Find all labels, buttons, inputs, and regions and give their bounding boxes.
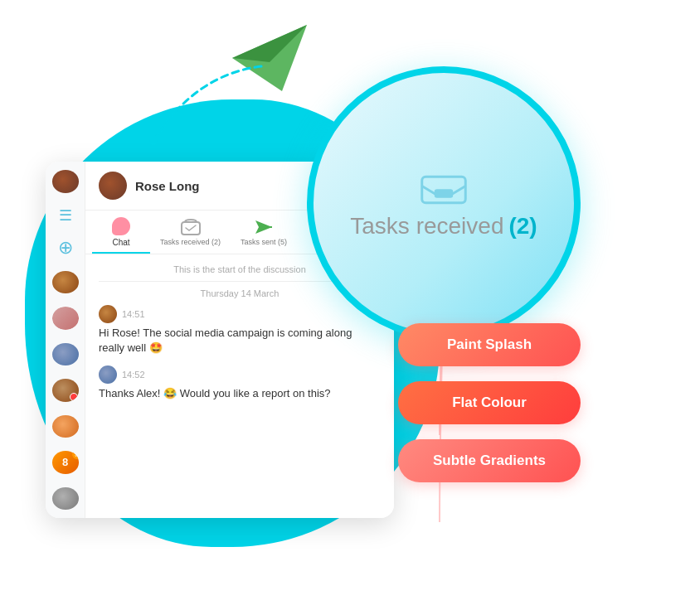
svg-point-2 — [149, 137, 158, 145]
magnifier-circle: Tasks received (2) — [307, 66, 581, 340]
tab-tasks-received[interactable]: Tasks received (2) — [150, 212, 231, 253]
message-1-timestamp: 14:51 — [122, 309, 145, 319]
tab-chat-label: Chat — [112, 238, 129, 247]
tab-tasks-sent[interactable]: Tasks sent (5) — [231, 212, 297, 253]
sidebar-avatar-3[interactable] — [52, 343, 79, 366]
sidebar-avatar-4[interactable] — [52, 379, 79, 402]
tasks-received-count: (2) — [508, 213, 537, 240]
chat-sidebar: ☰ ⊕ 8 — [46, 162, 85, 518]
tasks-sent-tab-icon — [254, 219, 274, 235]
message-1-avatar — [99, 305, 117, 323]
tab-chat[interactable]: Chat — [92, 211, 150, 254]
tasks-received-title: Tasks received — [350, 213, 503, 240]
dashed-arrow — [129, 58, 278, 161]
message-2-timestamp: 14:52 — [122, 370, 145, 380]
sidebar-avatar-5[interactable] — [52, 415, 79, 438]
tab-tasks-received-label: Tasks received (2) — [160, 238, 221, 246]
main-scene: ☰ ⊕ 8 — [0, 0, 700, 605]
tasks-received-tab-icon — [181, 219, 201, 235]
theme-buttons-panel: Paint Splash Flat Colour Subtle Gradient… — [398, 323, 581, 482]
chat-header-left: Rose Long — [99, 172, 200, 200]
chat-header-name: Rose Long — [135, 179, 200, 193]
flat-colour-button[interactable]: Flat Colour — [398, 381, 581, 424]
chat-header-avatar — [99, 172, 127, 200]
message-2-time: 14:52 — [99, 365, 381, 384]
paint-splash-button[interactable]: Paint Splash — [398, 323, 581, 366]
tasks-received-label: Tasks received (2) — [350, 213, 537, 240]
sidebar-avatar-1[interactable] — [52, 271, 79, 294]
magnifier-panel: Tasks received (2) — [307, 66, 581, 340]
sidebar-list-icon[interactable]: ☰ — [56, 206, 75, 225]
svg-rect-3 — [182, 222, 200, 235]
sidebar-avatar-2[interactable] — [52, 307, 79, 330]
svg-rect-7 — [435, 189, 454, 198]
sidebar-main-avatar — [52, 170, 79, 193]
tab-tasks-sent-label: Tasks sent (5) — [241, 238, 287, 246]
sidebar-add-icon[interactable]: ⊕ — [56, 238, 75, 258]
tasks-received-icon — [419, 167, 469, 205]
chat-tab-icon — [112, 217, 130, 235]
message-2-text: Thanks Alex! 😂 Would you like a report o… — [99, 386, 381, 401]
message-2-avatar — [99, 365, 117, 384]
subtle-gradients-button[interactable]: Subtle Gradients — [398, 439, 581, 482]
message-group-2: 14:52 Thanks Alex! 😂 Would you like a re… — [99, 365, 381, 401]
sidebar-avatar-6[interactable]: 8 — [52, 451, 79, 474]
sidebar-avatar-7[interactable] — [52, 487, 79, 511]
